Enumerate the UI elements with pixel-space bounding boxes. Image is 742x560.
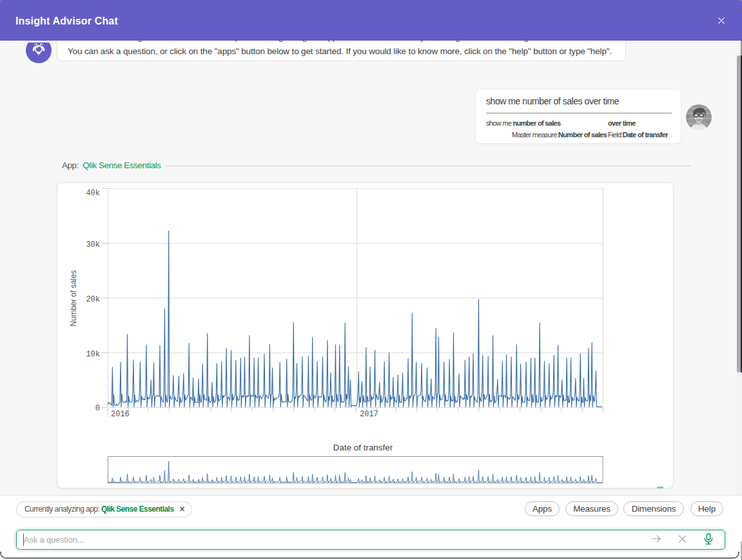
- svg-text:30k: 30k: [86, 240, 100, 249]
- svg-text:Number of sales: Number of sales: [69, 270, 78, 326]
- svg-text:2017: 2017: [360, 410, 378, 419]
- svg-text:0: 0: [95, 404, 100, 413]
- svg-text:Date of transfer: Date of transfer: [333, 443, 393, 452]
- svg-text:20k: 20k: [86, 295, 100, 304]
- svg-text:10k: 10k: [86, 350, 100, 359]
- svg-text:40k: 40k: [86, 189, 100, 198]
- svg-text:2016: 2016: [111, 410, 130, 419]
